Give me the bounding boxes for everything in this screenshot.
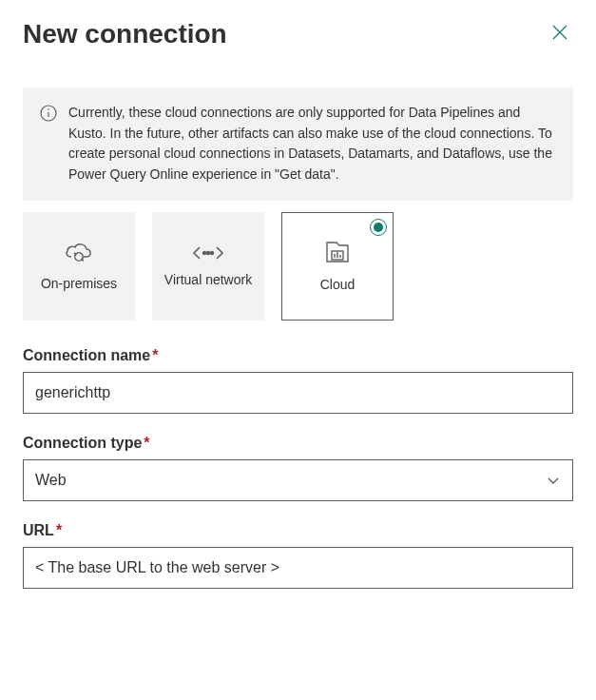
connection-type-label: Connection type*	[23, 435, 573, 452]
chevron-down-icon	[546, 473, 561, 488]
connection-name-label: Connection name*	[23, 347, 573, 364]
info-banner: Currently, these cloud connections are o…	[23, 88, 573, 201]
close-button[interactable]	[547, 19, 573, 49]
cloud-sync-icon	[63, 240, 95, 266]
connection-location-tabs: On-premises Virtual network Cloud	[23, 212, 573, 321]
info-icon	[40, 105, 57, 122]
network-icon	[192, 243, 224, 262]
svg-point-5	[203, 252, 206, 255]
tab-label: Cloud	[320, 277, 356, 294]
selected-indicator	[370, 219, 387, 236]
connection-type-select[interactable]: Web	[23, 459, 573, 501]
svg-point-4	[48, 108, 49, 110]
tab-label: On-premises	[41, 276, 117, 293]
page-title: New connection	[23, 19, 227, 49]
connection-type-value: Web	[35, 472, 67, 489]
tab-cloud[interactable]: Cloud	[281, 212, 394, 321]
close-icon	[550, 23, 569, 42]
svg-point-7	[211, 252, 214, 255]
cloud-file-icon	[321, 239, 354, 267]
connection-name-input[interactable]	[23, 372, 573, 414]
tab-virtual-network[interactable]: Virtual network	[152, 212, 264, 321]
url-input[interactable]	[23, 547, 573, 589]
url-label: URL*	[23, 522, 573, 539]
tab-on-premises[interactable]: On-premises	[23, 212, 135, 321]
tab-label: Virtual network	[164, 272, 252, 289]
info-text: Currently, these cloud connections are o…	[68, 103, 556, 185]
svg-point-6	[207, 252, 210, 255]
